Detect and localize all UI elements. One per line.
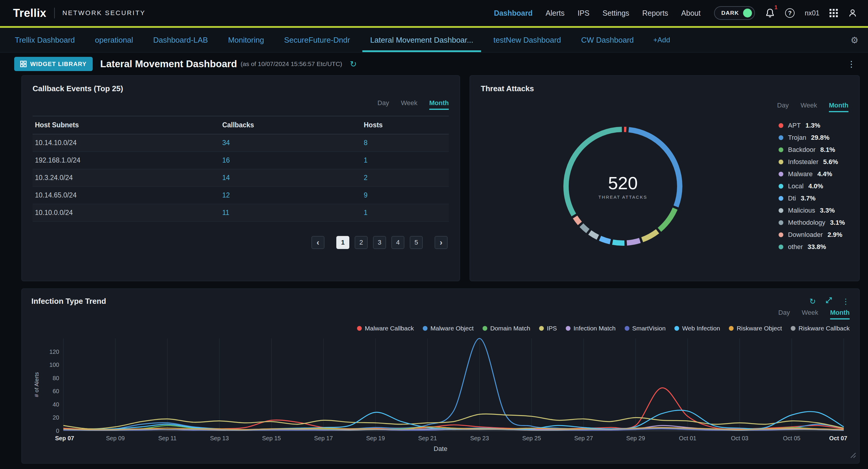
nav-item-about[interactable]: About [681, 9, 701, 18]
notifications-bell-icon[interactable]: 1 [765, 8, 775, 18]
callback-events-panel: Callback Events (Top 25) DayWeekMonth Ho… [21, 75, 460, 281]
trend-legend-smartvision[interactable]: SmartVision [625, 325, 666, 332]
x-axis-title: Date [31, 445, 850, 453]
trellix-logo[interactable]: Trellix [13, 7, 46, 20]
trend-range-month[interactable]: Month [830, 309, 850, 319]
legend-item-other[interactable]: other33.8% [779, 243, 845, 251]
callback-events-pagination: ‹12345› [33, 236, 449, 249]
table-row: 10.14.10.0/24348 [33, 134, 449, 152]
legend-percent: 2.9% [828, 231, 842, 239]
trend-legend-malware-callback[interactable]: Malware Callback [357, 325, 414, 332]
cell-subnet: 10.14.10.0/24 [33, 134, 220, 152]
pagination-page-1[interactable]: 1 [336, 236, 349, 249]
legend-item-trojan[interactable]: Trojan29.8% [779, 134, 845, 142]
svg-text:Sep 25: Sep 25 [522, 435, 541, 441]
trend-legend-web-infection[interactable]: Web Infection [674, 325, 720, 332]
threats-range-month[interactable]: Month [829, 101, 848, 112]
legend-label: IPS [547, 325, 557, 332]
pagination-page-5[interactable]: 5 [410, 236, 423, 249]
infection-trend-title: Infection Type Trend [31, 297, 106, 306]
pagination-next-button[interactable]: › [435, 236, 447, 249]
topbar-divider [54, 8, 55, 18]
trend-legend-domain-match[interactable]: Domain Match [483, 325, 530, 332]
trend-kebab-menu-icon[interactable]: ⋮ [842, 297, 850, 306]
cell-hosts-link[interactable]: 1 [362, 152, 449, 169]
tab-monitoring[interactable]: Monitoring [218, 28, 274, 52]
pagination-prev-button[interactable]: ‹ [311, 236, 324, 249]
callbacks-range-week[interactable]: Week [401, 99, 417, 110]
tab-dashboard-lab[interactable]: Dashboard-LAB [143, 28, 218, 52]
legend-item-dti[interactable]: Dti3.7% [779, 194, 845, 202]
legend-item-methodology[interactable]: Methodology3.1% [779, 219, 845, 226]
tab-cw-dashboard[interactable]: CW Dashboard [571, 28, 644, 52]
cell-hosts-link[interactable]: 1 [362, 204, 449, 221]
legend-item-apt[interactable]: APT1.3% [779, 122, 845, 129]
nav-item-ips[interactable]: IPS [578, 9, 589, 18]
theme-toggle-label: DARK [721, 10, 739, 16]
pagination-page-4[interactable]: 4 [391, 236, 404, 249]
help-icon[interactable]: ? [785, 8, 795, 18]
legend-label: APT [788, 122, 801, 129]
pagination-page-2[interactable]: 2 [355, 236, 368, 249]
cell-callbacks-link[interactable]: 14 [220, 169, 362, 187]
legend-label: Methodology [788, 219, 825, 226]
cell-callbacks-link[interactable]: 11 [220, 204, 362, 221]
user-icon[interactable] [848, 8, 857, 18]
legend-item-backdoor[interactable]: Backdoor8.1% [779, 146, 845, 154]
infection-trend-range-toggle: DayWeekMonth [31, 309, 850, 319]
trend-legend-infection-match[interactable]: Infection Match [566, 325, 616, 332]
legend-item-malicious[interactable]: Malicious3.3% [779, 207, 845, 214]
infection-trend-header: Infection Type Trend ↻ ⋮ [31, 297, 850, 306]
trend-legend-ips[interactable]: IPS [539, 325, 557, 332]
nav-item-reports[interactable]: Reports [643, 9, 669, 18]
legend-percent: 33.8% [808, 243, 826, 251]
trend-legend-riskware-object[interactable]: Riskware Object [729, 325, 782, 332]
nav-item-dashboard[interactable]: Dashboard [494, 9, 533, 18]
column-header-host-subnets: Host Subnets [33, 116, 220, 134]
tab-testnew-dashboard[interactable]: testNew Dashboard [484, 28, 571, 52]
legend-item-infostealer[interactable]: Infostealer5.6% [779, 158, 845, 166]
dashboard-kebab-menu-icon[interactable]: ⋮ [847, 59, 856, 69]
tabbar-settings-gear-icon[interactable]: ⚙ [850, 35, 859, 45]
panel-resize-handle[interactable] [850, 450, 856, 461]
legend-item-downloader[interactable]: Downloader2.9% [779, 231, 845, 239]
threats-range-day[interactable]: Day [777, 101, 789, 112]
apps-grid-icon[interactable] [830, 9, 838, 17]
nav-item-alerts[interactable]: Alerts [546, 9, 564, 18]
widget-library-button[interactable]: WIDGET LIBRARY [14, 57, 93, 71]
cell-hosts-link[interactable]: 9 [362, 187, 449, 204]
callbacks-range-day[interactable]: Day [377, 99, 389, 110]
threat-attacks-body: 520 THREAT ATTACKS APT1.3%Trojan29.8%Bac… [481, 114, 848, 259]
trend-legend-malware-object[interactable]: Malware Object [423, 325, 474, 332]
theme-toggle[interactable]: DARK [714, 6, 755, 20]
pagination-page-3[interactable]: 3 [373, 236, 386, 249]
nav-item-settings[interactable]: Settings [602, 9, 629, 18]
cell-hosts-link[interactable]: 8 [362, 134, 449, 152]
infection-trend-chart[interactable]: 020406080100120# of AlertsSep 07Sep 09Se… [31, 335, 851, 445]
dashboard-refresh-icon[interactable]: ↻ [350, 59, 357, 69]
tab-securefuture-dndr[interactable]: SecureFuture-Dndr [274, 28, 360, 52]
trend-legend-riskware-callback[interactable]: Riskware Callback [791, 325, 850, 332]
cell-callbacks-link[interactable]: 16 [220, 152, 362, 169]
svg-text:Sep 11: Sep 11 [158, 435, 177, 441]
trend-expand-icon[interactable] [825, 297, 833, 306]
dashboard-tabbar: Trellix DashboardoperationalDashboard-LA… [0, 28, 868, 53]
cell-callbacks-link[interactable]: 12 [220, 187, 362, 204]
tab-operational[interactable]: operational [85, 28, 143, 52]
legend-item-local[interactable]: Local4.0% [779, 182, 845, 190]
legend-item-malware[interactable]: Malware4.4% [779, 170, 845, 178]
add-dashboard-button[interactable]: +Add [644, 28, 680, 52]
trend-range-week[interactable]: Week [802, 309, 818, 319]
trend-range-day[interactable]: Day [778, 309, 790, 319]
svg-text:Sep 19: Sep 19 [366, 435, 385, 441]
cell-hosts-link[interactable]: 2 [362, 169, 449, 187]
callbacks-range-month[interactable]: Month [429, 99, 449, 110]
trend-refresh-icon[interactable]: ↻ [809, 297, 816, 306]
threats-range-week[interactable]: Week [801, 101, 817, 112]
threat-attacks-donut-chart[interactable] [558, 121, 688, 251]
tab-lateral-movement-dashboar[interactable]: Lateral Movement Dashboar... [360, 28, 483, 52]
cell-callbacks-link[interactable]: 34 [220, 134, 362, 152]
top-nav: DashboardAlertsIPSSettingsReportsAbout [494, 9, 701, 18]
tab-trellix-dashboard[interactable]: Trellix Dashboard [5, 28, 85, 52]
infection-trend-panel: Infection Type Trend ↻ ⋮ DayWeekMonth Ma… [21, 288, 860, 464]
